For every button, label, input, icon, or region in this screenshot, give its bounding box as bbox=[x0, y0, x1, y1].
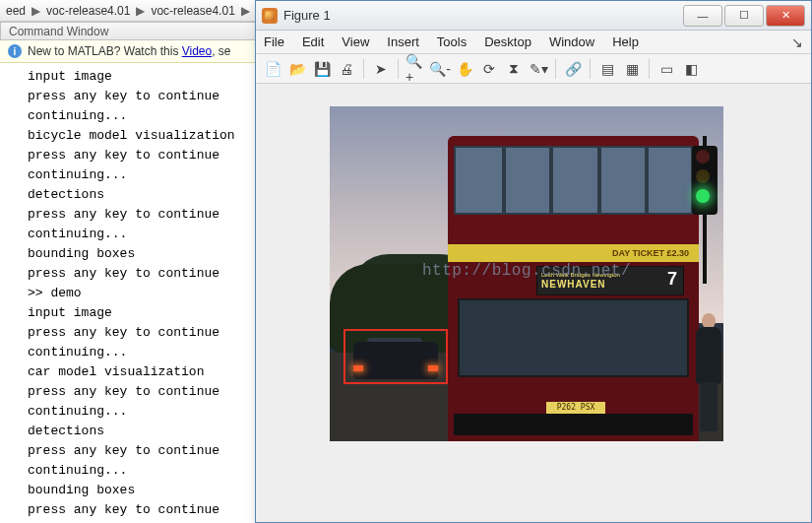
link-button[interactable]: 🔗 bbox=[562, 58, 584, 80]
menu-tools[interactable]: Tools bbox=[437, 34, 467, 49]
zoom-in-button[interactable]: 🔍+ bbox=[405, 58, 426, 80]
save-button[interactable]: 💾 bbox=[311, 58, 333, 80]
colorbar-button[interactable]: ▤ bbox=[596, 58, 618, 80]
menu-desktop[interactable]: Desktop bbox=[484, 34, 531, 49]
banner-suffix: , se bbox=[212, 44, 230, 58]
brush-button[interactable]: ✎▾ bbox=[528, 58, 549, 80]
breadcrumb-sep: ▶ bbox=[31, 4, 40, 18]
hide-tools-button[interactable]: ▭ bbox=[656, 58, 677, 80]
menu-file[interactable]: File bbox=[264, 34, 284, 49]
pointer-button[interactable]: ➤ bbox=[370, 58, 392, 80]
menu-insert[interactable]: Insert bbox=[387, 34, 419, 49]
new-figure-button[interactable]: 📄 bbox=[262, 58, 283, 80]
bus-band-text: DAY TICKET £2.30 bbox=[448, 244, 699, 262]
menu-help[interactable]: Help bbox=[612, 34, 639, 49]
menu-window[interactable]: Window bbox=[549, 34, 594, 49]
toolbar-sep bbox=[363, 59, 364, 79]
zoom-out-button[interactable]: 🔍- bbox=[429, 58, 451, 80]
toolbar-sep bbox=[398, 59, 399, 79]
figure-window: Figure 1 — ☐ ✕ FileEditViewInsertToolsDe… bbox=[255, 0, 812, 523]
image-watermark: http://blog.csdn.net/ bbox=[330, 262, 723, 280]
maximize-button[interactable]: ☐ bbox=[724, 5, 764, 27]
toolbar-sep bbox=[649, 59, 650, 79]
pan-button[interactable]: ✋ bbox=[454, 58, 475, 80]
banner-prefix: New to MATLAB? Watch this bbox=[28, 44, 182, 58]
breadcrumb-seg[interactable]: voc-release4.01 bbox=[151, 4, 234, 18]
print-button[interactable]: 🖨 bbox=[336, 58, 357, 80]
legend-button[interactable]: ▦ bbox=[621, 58, 643, 80]
rotate-button[interactable]: ⟳ bbox=[478, 58, 500, 80]
minimize-button[interactable]: — bbox=[683, 5, 722, 27]
toolbar-sep bbox=[555, 59, 556, 79]
show-tools-button[interactable]: ◧ bbox=[680, 58, 702, 80]
menu-edit[interactable]: Edit bbox=[302, 34, 324, 49]
banner-text: New to MATLAB? Watch this Video, se bbox=[28, 44, 231, 58]
scene-pedestrian bbox=[690, 313, 723, 431]
figure-toolbar: 📄 📂 💾 🖨 ➤ 🔍+ 🔍- ✋ ⟳ ⧗ ✎▾ 🔗 ▤ ▦ ▭ ◧ bbox=[256, 54, 811, 84]
figure-canvas[interactable]: DAY TICKET £2.30 Leith Walk Bridges Newi… bbox=[256, 84, 811, 522]
video-link[interactable]: Video bbox=[182, 44, 212, 58]
breadcrumb-sep: ▶ bbox=[241, 4, 250, 18]
figure-menubar: FileEditViewInsertToolsDesktopWindowHelp… bbox=[256, 31, 811, 54]
close-button[interactable]: ✕ bbox=[766, 5, 805, 27]
toolbar-sep bbox=[590, 59, 591, 79]
bus-plate: P262 PSX bbox=[546, 402, 605, 414]
info-icon: i bbox=[8, 44, 22, 58]
scene-bus: DAY TICKET £2.30 Leith Walk Bridges Newi… bbox=[448, 136, 699, 441]
figure-title: Figure 1 bbox=[283, 8, 681, 23]
breadcrumb-seg[interactable]: voc-release4.01 bbox=[46, 4, 130, 18]
detection-bbox bbox=[344, 329, 448, 384]
image-axes: DAY TICKET £2.30 Leith Walk Bridges Newi… bbox=[330, 106, 723, 441]
datacursor-button[interactable]: ⧗ bbox=[503, 58, 525, 80]
open-button[interactable]: 📂 bbox=[286, 58, 308, 80]
matlab-icon bbox=[262, 8, 278, 24]
figure-titlebar[interactable]: Figure 1 — ☐ ✕ bbox=[256, 1, 811, 31]
breadcrumb-seg[interactable]: eed bbox=[6, 4, 26, 18]
breadcrumb-sep: ▶ bbox=[136, 4, 145, 18]
menu-view[interactable]: View bbox=[342, 34, 369, 49]
dock-icon[interactable]: ↘ bbox=[791, 34, 803, 50]
bus-dest-main: NEWHAVEN bbox=[541, 279, 679, 290]
